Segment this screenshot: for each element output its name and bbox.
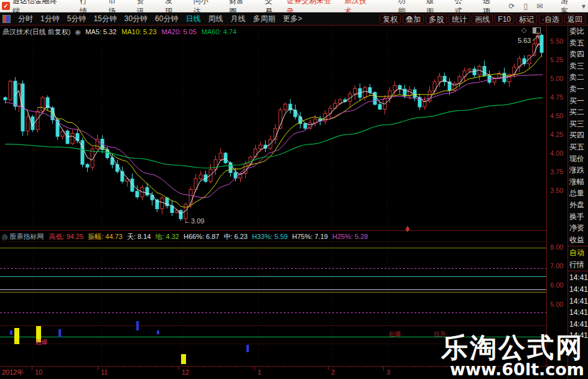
date-axis-label: 1: [258, 368, 261, 376]
mobile-icon[interactable]: ▯: [520, 2, 533, 11]
toolbar-button-5[interactable]: 画线: [472, 14, 493, 24]
refresh-icon[interactable]: ⟳: [505, 2, 520, 11]
price-axis-label: 4.75: [550, 93, 563, 101]
period-tab-11[interactable]: 更多>: [279, 14, 306, 24]
candle-body: [66, 131, 69, 144]
candle-body: [488, 76, 491, 82]
sidebar-divider: [568, 246, 588, 246]
period-tab-7[interactable]: 日线: [182, 14, 204, 24]
watermark-site-name: 乐淘公式网: [441, 334, 584, 362]
candle-body: [334, 103, 337, 108]
indicator-axis-label: 6.00: [550, 281, 563, 289]
price-axis-label: 4.25: [550, 131, 563, 138]
signal-label: 起爆: [35, 339, 48, 345]
toolbar-button-4[interactable]: 统计: [449, 14, 470, 24]
period-tab-9[interactable]: 月线: [226, 14, 249, 24]
level2-icon[interactable]: ◉: [75, 28, 81, 35]
price-axis-label: 5.00: [550, 75, 563, 82]
chevron-down-icon[interactable]: ▾: [582, 2, 588, 11]
period-tab-2[interactable]: 1分钟: [37, 14, 63, 24]
sidebar-field-19: 收益: [568, 234, 588, 246]
ma-label-2: MA10: 5.23: [121, 28, 156, 35]
sidebar-field-18: 净资: [568, 222, 588, 234]
sidebar-field-9: 买三: [568, 118, 588, 130]
signal-bar-yellow: [14, 328, 19, 344]
ma-label-1: MA5: 5.32: [85, 28, 116, 35]
candle-body: [41, 98, 44, 111]
diamond-icon[interactable]: ◇: [521, 26, 526, 34]
period-tab-10[interactable]: 多周期: [249, 14, 279, 24]
indicator-field-1: 高低: 94.25: [49, 233, 84, 240]
signal-bar-blue: [10, 330, 12, 335]
candle-body: [81, 141, 84, 164]
candle-body: [224, 153, 227, 163]
indicator-field-5: H66%: 6.87: [184, 233, 219, 240]
sidebar-auto-button[interactable]: 自动: [568, 247, 588, 259]
sidebar-time-1: 14:41: [568, 272, 588, 284]
toolbar-button-3[interactable]: 多股: [426, 14, 447, 24]
date-axis-label: 11: [101, 368, 108, 376]
separator-line: [539, 36, 539, 39]
toolbar-button-9[interactable]: 返回: [564, 14, 586, 24]
sidebar-field-15: 总量: [568, 187, 588, 199]
indicator-field-2: 振幅: 44.73: [88, 233, 123, 240]
toolbar-button-1[interactable]: 复权: [380, 14, 401, 24]
indicator-field-6: 中: 6.23: [223, 233, 248, 240]
period-tab-3[interactable]: 5分钟: [63, 14, 90, 24]
kline-style-icon[interactable]: [2, 15, 11, 23]
candle-body: [111, 157, 114, 164]
candle-body: [393, 85, 396, 91]
chart-corner-icons: ◇: [521, 26, 541, 34]
candle-body: [314, 119, 317, 123]
sidebar-field-10: 买四: [568, 129, 588, 141]
period-tab-5[interactable]: 30分钟: [121, 14, 151, 24]
candle-body: [9, 81, 12, 100]
sidebar-divider: [568, 271, 588, 271]
ma-labels: MA5: 5.32MA10: 5.23MA20: 5.05MA60: 4.74: [85, 28, 241, 35]
candle-body: [338, 100, 342, 103]
candle-body: [26, 117, 29, 131]
sidebar-quote-button[interactable]: 行情: [568, 259, 588, 271]
chart-title: 鼎汉技术(日线 前复权): [2, 28, 70, 35]
candle-body: [136, 191, 139, 197]
candle-body: [468, 69, 471, 71]
price-axis-label: 5.50: [550, 37, 563, 45]
candle-body: [146, 187, 149, 195]
separator-line: [536, 36, 539, 37]
candle-body: [229, 163, 232, 173]
candle-body: [438, 76, 441, 82]
period-tab-6[interactable]: 60分钟: [151, 14, 182, 24]
pane-icon[interactable]: [533, 27, 541, 34]
candle-body: [17, 84, 21, 106]
toolbar-button-7[interactable]: 标记: [516, 14, 537, 24]
toolbar-button-2[interactable]: 叠加: [403, 14, 424, 24]
watermark-url: www.60lt.com: [441, 361, 584, 378]
ma-label-4: MA60: 4.74: [202, 28, 236, 35]
ma10-line: [37, 57, 541, 208]
candle-body: [4, 98, 7, 100]
period-tab-4[interactable]: 15分钟: [90, 14, 120, 24]
indicator-axis-label: 5.00: [550, 301, 563, 308]
price-axis-label: 3.50: [550, 187, 563, 194]
date-axis-label: 2012年: [2, 368, 24, 376]
candle-body: [284, 104, 287, 110]
mail-icon[interactable]: ✉: [532, 2, 547, 11]
signal-bar-blue: [157, 330, 159, 334]
signal-bar-yellow: [181, 354, 186, 364]
date-axis-label: 10: [35, 368, 42, 376]
indicator-source-icon: ◎: [2, 233, 8, 241]
sidebar-field-6: 卖一: [568, 83, 588, 95]
price-axis-label: 5.25: [550, 56, 563, 63]
indicator-field-9: H25%: 5.28: [332, 233, 368, 240]
candle-body: [483, 67, 486, 76]
toolbar-button-6[interactable]: F10: [495, 14, 514, 24]
toolbar-button-8[interactable]: ·自选: [539, 14, 562, 24]
app-window: ✓ 通达信金融终端 行情市场资讯发现问小达财富圈交易 证券交易未登录 鼎汉技术 …: [0, 0, 588, 379]
period-tab-8[interactable]: 周线: [204, 14, 226, 24]
sidebar-field-5: 卖二: [568, 72, 588, 83]
indicator-axis-label: 8.00: [550, 243, 563, 251]
sidebar-field-1: 委比: [568, 26, 588, 37]
main-chart[interactable]: 5.63←3.095.505.255.004.754.504.254.003.7…: [0, 0, 588, 379]
indicator-field-4: 地: 4.32: [155, 233, 179, 240]
period-tab-1[interactable]: 分时: [14, 14, 37, 24]
